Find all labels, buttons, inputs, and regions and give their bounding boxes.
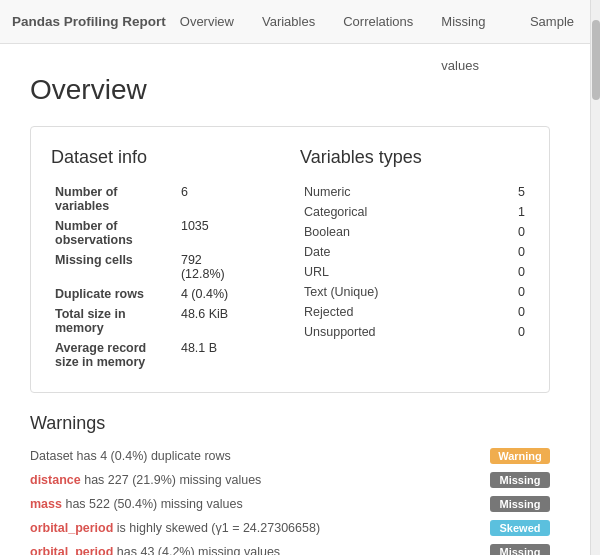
var-type-value: 0 (494, 242, 529, 262)
table-row: Numeric5 (300, 182, 529, 202)
warning-row: orbital_period is highly skewed (γ1 = 24… (30, 516, 550, 540)
warning-text: mass has 522 (50.4%) missing values (30, 497, 480, 511)
dataset-info-section: Dataset info Number of variables6Number … (51, 147, 280, 372)
warning-text: orbital_period has 43 (4.2%) missing val… (30, 545, 480, 555)
stat-label: Number of variables (51, 182, 177, 216)
table-row: Duplicate rows4 (0.4%) (51, 284, 280, 304)
nav-item-missing-values[interactable]: Missing values (427, 0, 516, 44)
stat-label: Average record size in memory (51, 338, 177, 372)
stat-label: Duplicate rows (51, 284, 177, 304)
var-type-label: Text (Unique) (300, 282, 494, 302)
stat-label: Missing cells (51, 250, 177, 284)
nav-link-sample[interactable]: Sample (516, 0, 588, 44)
warning-row: orbital_period has 43 (4.2%) missing val… (30, 540, 550, 555)
nav-link-overview[interactable]: Overview (166, 0, 248, 44)
stat-value: 48.1 B (177, 338, 280, 372)
warning-badge: Missing (490, 472, 550, 488)
table-row: Number of observations1035 (51, 216, 280, 250)
scrollbar-thumb[interactable] (592, 20, 600, 100)
var-type-value: 0 (494, 302, 529, 322)
stat-label: Number of observations (51, 216, 177, 250)
stat-value: 4 (0.4%) (177, 284, 280, 304)
nav-link-missing-values[interactable]: Missing values (427, 0, 516, 44)
warning-row: distance has 227 (21.9%) missing valuesM… (30, 468, 550, 492)
var-type-label: Numeric (300, 182, 494, 202)
warning-badge: Missing (490, 544, 550, 555)
var-type-label: Rejected (300, 302, 494, 322)
table-row: Text (Unique)0 (300, 282, 529, 302)
table-row: URL0 (300, 262, 529, 282)
nav-item-sample[interactable]: Sample (516, 0, 588, 44)
var-type-label: URL (300, 262, 494, 282)
warnings-section: Warnings Dataset has 4 (0.4%) duplicate … (30, 413, 550, 555)
main-content: Overview Dataset info Number of variable… (0, 44, 580, 555)
stat-value: 1035 (177, 216, 280, 250)
warning-text: orbital_period is highly skewed (γ1 = 24… (30, 521, 480, 535)
stats-table: Number of variables6Number of observatio… (51, 182, 280, 372)
card-grid: Dataset info Number of variables6Number … (51, 147, 529, 372)
variables-types-title: Variables types (300, 147, 529, 168)
warning-text: Dataset has 4 (0.4%) duplicate rows (30, 449, 480, 463)
overview-card: Dataset info Number of variables6Number … (30, 126, 550, 393)
var-type-value: 0 (494, 282, 529, 302)
var-type-value: 0 (494, 222, 529, 242)
var-type-label: Categorical (300, 202, 494, 222)
warning-badge: Missing (490, 496, 550, 512)
stat-value: 6 (177, 182, 280, 216)
stat-value: 792 (12.8%) (177, 250, 280, 284)
scrollbar[interactable] (590, 0, 600, 555)
warning-var-name: orbital_period (30, 521, 113, 535)
var-type-label: Date (300, 242, 494, 262)
var-type-value: 5 (494, 182, 529, 202)
warning-var-name: orbital_period (30, 545, 113, 555)
nav-link-correlations[interactable]: Correlations (329, 0, 427, 44)
table-row: Unsupported0 (300, 322, 529, 342)
var-type-label: Unsupported (300, 322, 494, 342)
variables-types-section: Variables types Numeric5Categorical1Bool… (300, 147, 529, 372)
table-row: Boolean0 (300, 222, 529, 242)
navbar: Pandas Profiling Report Overview Variabl… (0, 0, 600, 44)
var-type-label: Boolean (300, 222, 494, 242)
table-row: Number of variables6 (51, 182, 280, 216)
warning-var-name: mass (30, 497, 62, 511)
stat-label: Total size in memory (51, 304, 177, 338)
warnings-title: Warnings (30, 413, 550, 434)
table-row: Total size in memory48.6 KiB (51, 304, 280, 338)
var-type-value: 1 (494, 202, 529, 222)
table-row: Average record size in memory48.1 B (51, 338, 280, 372)
nav-item-overview[interactable]: Overview (166, 0, 248, 44)
nav-link-variables[interactable]: Variables (248, 0, 329, 44)
var-type-value: 0 (494, 322, 529, 342)
navbar-nav: Overview Variables Correlations Missing … (166, 0, 588, 44)
warnings-list: Dataset has 4 (0.4%) duplicate rowsWarni… (30, 444, 550, 555)
navbar-brand: Pandas Profiling Report (12, 14, 166, 29)
warning-badge: Skewed (490, 520, 550, 536)
warning-row: mass has 522 (50.4%) missing valuesMissi… (30, 492, 550, 516)
table-row: Date0 (300, 242, 529, 262)
warning-text: distance has 227 (21.9%) missing values (30, 473, 480, 487)
dataset-info-title: Dataset info (51, 147, 280, 168)
stat-value: 48.6 KiB (177, 304, 280, 338)
var-type-value: 0 (494, 262, 529, 282)
nav-item-variables[interactable]: Variables (248, 0, 329, 44)
table-row: Categorical1 (300, 202, 529, 222)
table-row: Rejected0 (300, 302, 529, 322)
vars-table: Numeric5Categorical1Boolean0Date0URL0Tex… (300, 182, 529, 342)
warning-row: Dataset has 4 (0.4%) duplicate rowsWarni… (30, 444, 550, 468)
warning-var-name: distance (30, 473, 81, 487)
warning-badge: Warning (490, 448, 550, 464)
nav-item-correlations[interactable]: Correlations (329, 0, 427, 44)
table-row: Missing cells792 (12.8%) (51, 250, 280, 284)
